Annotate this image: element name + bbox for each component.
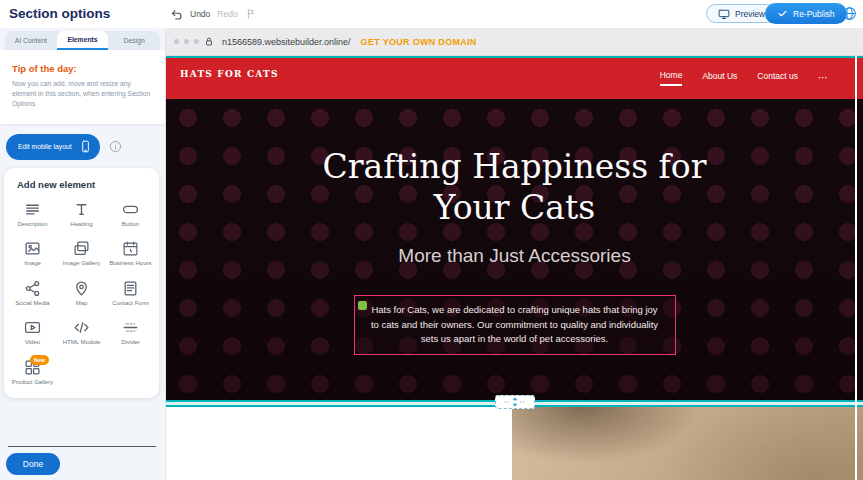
divider-icon [122,319,139,336]
element-item-contact-form[interactable]: Contact Form [106,280,155,308]
element-item-product-gallery[interactable]: New Product Gallery [8,359,57,387]
element-item-html-module[interactable]: HTML Module [57,319,106,347]
main-area: n1566589.websitebuilder.online/ GET YOUR… [166,28,863,480]
element-item-video[interactable]: Video [8,319,57,347]
flag-icon[interactable] [245,8,257,20]
image-gallery-icon [73,240,90,257]
topbar: Section options Undo Redo Preview Re-Pub… [0,0,863,28]
done-button[interactable]: Done [6,453,60,475]
site-preview: HATS FOR CATS Home About Us Contact us ⋯… [166,56,863,480]
get-own-domain-link[interactable]: GET YOUR OWN DOMAIN [361,37,477,47]
element-item-divider[interactable]: Divider [106,319,155,347]
sidebar-tabs: AI Content Elements Design [5,31,160,50]
browser-bar: n1566589.websitebuilder.online/ GET YOUR… [166,28,863,56]
map-icon [73,280,90,297]
tip-body: Now you can add, move and resize any ele… [12,79,153,110]
republish-label: Re-Publish [793,9,835,19]
section-top-boundary [166,56,863,58]
history-controls: Undo Redo [170,0,257,28]
nav-contact-us[interactable]: Contact us [757,71,798,85]
browser-dot [174,39,179,44]
section-resize-handle[interactable] [495,395,535,409]
undo-icon[interactable] [170,8,183,21]
nav-home[interactable]: Home [660,70,683,86]
site-header[interactable]: HATS FOR CATS Home About Us Contact us ⋯ [166,56,863,99]
browser-dot [194,39,199,44]
element-item-image[interactable]: Image [8,240,57,268]
element-item-map[interactable]: Map [57,280,106,308]
social-media-icon [24,280,41,297]
next-section-blank [166,407,512,480]
element-item-business-hours[interactable]: Business Hours [106,240,155,268]
nav-more-icon[interactable]: ⋯ [818,72,829,83]
heading-icon [73,201,90,218]
nav-about-us[interactable]: About Us [702,71,737,85]
language-globe-icon[interactable] [842,6,857,21]
next-section[interactable] [166,407,863,480]
edit-mobile-row: Edit mobile layout [6,134,157,160]
hero-body-text: Hats for Cats, we are dedicated to craft… [371,304,658,344]
element-grid: Description Heading Button Image Image G… [8,201,155,387]
preview-scrollbar[interactable] [855,56,857,480]
info-icon[interactable] [109,140,122,153]
browser-dot [184,39,189,44]
element-drag-handle-icon[interactable] [358,301,367,310]
sidebar-divider [8,446,156,447]
image-icon [24,240,41,257]
page-title: Section options [9,6,110,21]
redo-label[interactable]: Redo [217,9,237,19]
tip-heading: Tip of the day: [12,63,153,74]
section-bottom-boundary [166,400,863,407]
tab-ai-content[interactable]: AI Content [5,31,57,50]
hero-subtitle[interactable]: More than Just Accessories [166,245,863,267]
add-element-panel: Add new element Description Heading Butt… [4,168,159,399]
element-item-description[interactable]: Description [8,201,57,229]
lock-icon [204,36,214,47]
add-element-heading: Add new element [17,179,155,190]
monitor-icon [718,8,730,20]
app-window: Section options Undo Redo Preview Re-Pub… [0,0,863,480]
resize-arrows-icon [502,397,528,407]
tab-elements[interactable]: Elements [57,31,109,50]
hero-title[interactable]: Crafting Happiness for Your Cats [166,99,863,229]
element-item-button[interactable]: Button [106,201,155,229]
new-badge: New [30,355,49,365]
site-logo[interactable]: HATS FOR CATS [180,69,279,79]
video-icon [24,319,41,336]
html-module-icon [73,319,90,336]
check-icon [777,8,788,19]
hero-section[interactable]: Crafting Happiness for Your Cats More th… [166,99,863,400]
republish-button[interactable]: Re-Publish [765,3,847,24]
tab-design[interactable]: Design [108,31,160,50]
undo-label[interactable]: Undo [190,9,210,19]
description-icon [24,201,41,218]
edit-mobile-label: Edit mobile layout [18,143,72,150]
element-item-image-gallery[interactable]: Image Gallery [57,240,106,268]
phone-icon [79,140,92,153]
business-hours-icon [122,240,139,257]
preview-label: Preview [735,9,765,19]
element-item-social-media[interactable]: Social Media [8,280,57,308]
contact-form-icon [122,280,139,297]
site-url: n1566589.websitebuilder.online/ [222,37,351,47]
edit-mobile-layout-button[interactable]: Edit mobile layout [6,134,100,160]
next-section-image [512,407,863,480]
element-item-heading[interactable]: Heading [57,201,106,229]
site-nav: Home About Us Contact us ⋯ [660,56,829,99]
tip-of-the-day: Tip of the day: Now you can add, move an… [0,50,165,124]
button-icon [122,201,139,218]
sidebar: AI Content Elements Design Tip of the da… [0,28,166,480]
selected-text-element[interactable]: Hats for Cats, we are dedicated to craft… [354,295,676,355]
